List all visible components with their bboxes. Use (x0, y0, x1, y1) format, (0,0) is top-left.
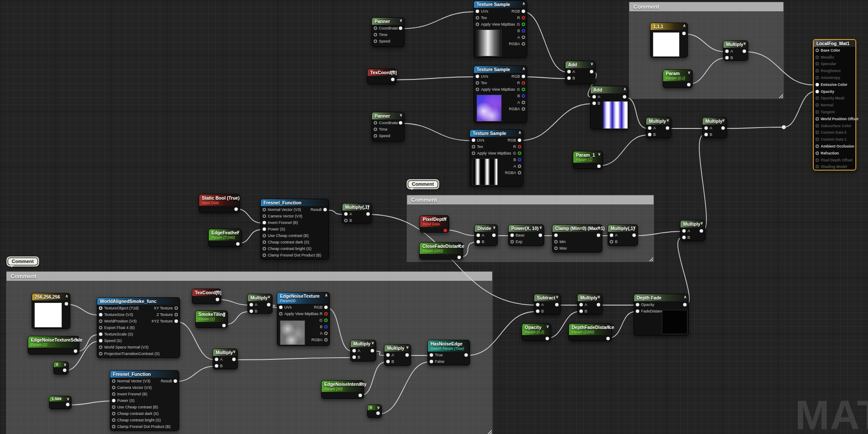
node-opacity-param[interactable]: OpacityParam (0.2)∨ (522, 323, 551, 341)
input-pin[interactable] (815, 62, 819, 66)
node-const-0a[interactable]: 0∨ (53, 362, 69, 375)
output-pin[interactable] (174, 379, 177, 383)
output-pin[interactable] (174, 306, 178, 310)
node-localfog-mat1[interactable]: LocalFog_Mat1Base ColorMetallicSpecularR… (813, 39, 856, 171)
collapse-chevron-icon[interactable]: ∨ (633, 225, 636, 230)
collapse-chevron-icon[interactable]: ∨ (607, 324, 610, 329)
input-pin[interactable] (472, 145, 475, 148)
collapse-chevron-icon[interactable]: ∨ (63, 362, 66, 367)
node-multiply-depth[interactable]: Multiply∨AB (577, 294, 602, 315)
input-pin[interactable] (815, 90, 819, 93)
node-depthfadedistance[interactable]: DepthFadeDistanceParam (1000)∨ (569, 323, 612, 341)
input-pin[interactable] (99, 306, 102, 310)
input-pin[interactable] (250, 309, 253, 313)
input-pin[interactable] (215, 358, 218, 361)
output-pin[interactable] (323, 208, 327, 211)
output-pin[interactable] (522, 36, 525, 39)
collapse-chevron-icon[interactable]: ∨ (597, 225, 600, 230)
node-header[interactable]: HasNoiseEdgeSwitch Param (True) (428, 340, 470, 352)
node-header[interactable]: Power(X, 10)∨ (509, 225, 544, 232)
collapse-chevron-icon[interactable]: ∨ (458, 243, 461, 247)
collapse-chevron-icon[interactable]: ∨ (371, 341, 374, 345)
input-pin[interactable] (344, 212, 348, 216)
output-pin[interactable] (743, 49, 746, 53)
collapse-chevron-icon[interactable]: ∨ (223, 311, 226, 316)
output-pin[interactable] (236, 242, 240, 246)
output-pin[interactable] (597, 164, 601, 168)
input-pin[interactable] (112, 386, 115, 389)
output-pin[interactable] (222, 324, 226, 327)
output-pin[interactable] (399, 121, 402, 125)
wire[interactable] (784, 92, 815, 127)
output-pin[interactable] (66, 403, 69, 406)
node-texture-sample-2[interactable]: Texture Sample∧UVsRGBTexRApply View MipB… (473, 66, 527, 123)
node-header[interactable]: Static Bool (True)Input Data (199, 194, 240, 206)
output-pin[interactable] (399, 26, 402, 30)
output-pin[interactable] (623, 95, 626, 99)
collapse-chevron-icon[interactable]: ∧ (518, 130, 521, 135)
input-pin[interactable] (815, 165, 819, 168)
input-pin[interactable] (112, 405, 115, 409)
input-pin[interactable] (112, 418, 115, 422)
wire[interactable] (523, 12, 567, 72)
collapse-chevron-icon[interactable]: ∨ (556, 295, 559, 299)
collapse-chevron-icon[interactable]: ∨ (216, 289, 219, 294)
input-pin[interactable] (430, 360, 433, 363)
node-const-1569[interactable]: 1.569∨ (49, 396, 72, 409)
wire[interactable] (224, 312, 249, 325)
node-header[interactable]: EdgeFeatherParam (7.040)∨ (209, 229, 241, 240)
collapse-chevron-icon[interactable]: ∨ (406, 345, 409, 349)
wire[interactable] (688, 58, 725, 84)
node-header[interactable]: Panner∨ (372, 112, 404, 119)
input-pin[interactable] (250, 303, 253, 306)
node-header[interactable]: DepthFadeDistanceParam (1000)∨ (569, 324, 612, 335)
output-pin[interactable] (546, 337, 549, 340)
node-header[interactable]: Texture Sample∧ (470, 130, 523, 137)
node-header[interactable]: PixelDepthInput Data∨ (420, 216, 449, 227)
node-worldalignedsmoke[interactable]: WorldAlignedSmoke_funcTextureObject (T2d… (97, 297, 180, 358)
node-header[interactable]: Divide∨ (475, 225, 497, 232)
input-pin[interactable] (477, 233, 480, 237)
input-pin[interactable] (682, 236, 686, 239)
output-pin[interactable] (391, 78, 395, 81)
node-header[interactable]: Add∧ (591, 86, 628, 93)
wire[interactable] (326, 308, 352, 351)
wire[interactable] (176, 366, 214, 381)
wire[interactable] (402, 12, 475, 29)
output-pin[interactable] (234, 207, 238, 211)
collapse-chevron-icon[interactable]: ∨ (493, 225, 496, 230)
output-pin[interactable] (522, 10, 525, 13)
input-pin[interactable] (352, 349, 356, 352)
collapse-chevron-icon[interactable]: ∨ (722, 118, 725, 122)
node-closefadedistance[interactable]: CloseFadeDistanceParam (200)∨ (419, 242, 463, 260)
node-const-111[interactable]: 1,1,1∧ (650, 23, 688, 58)
node-const-0b[interactable]: 0∨ (367, 404, 382, 418)
comment-name-bubble[interactable]: Comment (407, 179, 439, 189)
output-pin[interactable] (371, 349, 374, 352)
input-pin[interactable] (536, 309, 539, 313)
input-pin[interactable] (476, 23, 479, 26)
input-pin[interactable] (815, 76, 819, 79)
wire[interactable] (699, 135, 706, 231)
node-texcoord-2[interactable]: TexCoord[0]∨ (192, 289, 221, 304)
node-multiply-blb[interactable]: Multiply∨AB (384, 344, 411, 366)
wire[interactable] (392, 77, 475, 80)
collapse-chevron-icon[interactable]: ∨ (377, 405, 380, 410)
collapse-chevron-icon[interactable]: ∨ (546, 324, 549, 329)
input-pin[interactable] (374, 128, 377, 131)
node-header[interactable]: Multiply∨ (351, 340, 376, 347)
node-hasnoiseedge[interactable]: HasNoiseEdgeSwitch Param (True)TrueFalse (427, 340, 470, 365)
input-pin[interactable] (112, 425, 115, 428)
input-pin[interactable] (592, 95, 596, 99)
input-pin[interactable] (99, 339, 102, 342)
node-edgefeather[interactable]: EdgeFeatherParam (7.040)∨ (208, 229, 242, 247)
input-pin[interactable] (99, 326, 102, 329)
node-header[interactable]: Multiply∨ (681, 220, 705, 227)
node-header[interactable]: Multiply∨ (646, 118, 671, 125)
input-pin[interactable] (476, 88, 479, 91)
output-pin[interactable] (376, 411, 380, 415)
node-header[interactable]: Panner∨ (372, 18, 404, 25)
node-edgenoiseintensity[interactable]: EdgeNoiseIntensityParam (30)∨ (321, 380, 364, 399)
input-pin[interactable] (815, 49, 819, 52)
node-header[interactable]: 256,256,256∧ (32, 293, 70, 300)
